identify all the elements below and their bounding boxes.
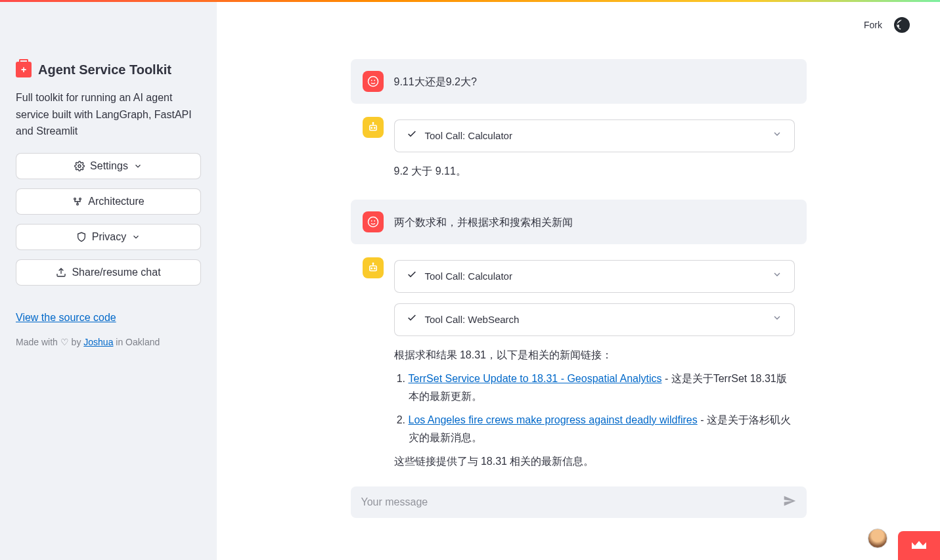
tool-call-label: Tool Call: Calculator [425,269,512,284]
svg-point-0 [78,165,81,167]
author-link[interactable]: Joshua [83,337,113,347]
tool-call-websearch[interactable]: Tool Call: WebSearch [394,303,795,336]
deploy-tab[interactable] [898,531,940,560]
svg-point-20 [374,268,375,269]
ai-response-intro: 根据求和结果 18.31，以下是相关的新闻链接： [394,347,795,364]
result-item: TerrSet Service Update to 18.31 - Geospa… [409,370,795,405]
privacy-button[interactable]: Privacy [16,224,201,250]
gear-icon [74,161,85,171]
svg-point-7 [374,80,375,81]
chevron-down-icon [772,128,782,144]
ai-response-text: 9.2 大于 9.11。 [394,163,795,180]
check-icon [407,269,417,284]
profile-avatar[interactable] [868,528,887,548]
sidebar-title: Agent Service Toolkit [38,62,171,77]
app-top-gradient [0,0,940,2]
share-resume-button[interactable]: Share/resume chat [16,259,201,286]
svg-point-10 [372,123,374,124]
privacy-label: Privacy [92,231,126,243]
made-prefix: Made with [16,337,60,347]
github-icon[interactable] [894,17,910,33]
tool-call-label: Tool Call: WebSearch [425,312,520,328]
tool-call-calculator[interactable]: Tool Call: Calculator [394,119,795,152]
user-message-text: 两个数求和，并根据求和搜索相关新闻 [394,211,795,232]
ai-response-outro: 这些链接提供了与 18.31 相关的最新信息。 [394,453,795,470]
tool-call-calculator[interactable]: Tool Call: Calculator [394,260,795,293]
send-icon[interactable] [783,494,796,510]
ai-avatar-icon [363,117,384,138]
made-with-line: Made with ♡ by Joshua in Oakland [16,337,201,347]
result-link-1[interactable]: TerrSet Service Update to 18.31 - Geospa… [409,373,662,384]
user-message: 9.11大还是9.2大? [351,59,807,104]
ai-message: Tool Call: Calculator Tool Call: WebSear… [351,257,807,482]
chat-input[interactable] [361,496,783,508]
svg-point-3 [77,203,79,205]
share-label: Share/resume chat [72,267,160,278]
settings-label: Settings [90,160,128,172]
chevron-down-icon [772,269,782,284]
tool-call-label: Tool Call: Calculator [425,128,512,144]
user-message: 两个数求和，并根据求和搜索相关新闻 [351,200,807,244]
network-icon [72,196,83,207]
svg-point-14 [370,220,372,221]
chat-input-bar [351,486,807,518]
architecture-button[interactable]: Architecture [16,188,201,215]
user-message-text: 9.11大还是9.2大? [394,71,795,92]
source-code-link[interactable]: View the source code [16,312,201,324]
result-item: Los Angeles fire crews make progress aga… [409,411,795,446]
sidebar: + Agent Service Toolkit Full toolkit for… [0,0,217,560]
shield-icon [76,232,87,242]
chevron-down-icon [133,162,143,171]
toolkit-icon: + [16,62,32,77]
heart-icon: ♡ [60,337,69,347]
fork-link[interactable]: Fork [864,20,882,30]
architecture-label: Architecture [88,196,144,207]
svg-point-5 [368,77,378,87]
settings-button[interactable]: Settings [16,153,201,179]
svg-point-11 [371,127,372,129]
user-avatar-icon [363,71,384,92]
ai-avatar-icon [363,257,384,278]
svg-point-2 [79,198,81,200]
chevron-down-icon [772,312,782,328]
check-icon [407,128,417,144]
check-icon [407,312,417,328]
svg-point-18 [372,263,374,264]
svg-point-6 [370,80,372,81]
crown-icon [910,540,928,551]
user-avatar-icon [363,211,384,232]
chevron-down-icon [131,232,141,242]
made-by: by [69,337,84,347]
svg-point-19 [371,268,372,269]
upload-icon [56,267,66,278]
svg-point-13 [368,217,378,226]
result-link-2[interactable]: Los Angeles fire crews make progress aga… [409,414,698,425]
ai-message: Tool Call: Calculator 9.2 大于 9.11。 [351,117,807,192]
svg-point-15 [374,220,375,221]
svg-point-12 [374,127,375,129]
main-content: Fork 9.11大还是9.2大? [217,0,940,560]
svg-point-1 [74,198,76,200]
made-suffix: in Oakland [113,337,160,347]
sidebar-description: Full toolkit for running an AI agent ser… [16,89,201,140]
